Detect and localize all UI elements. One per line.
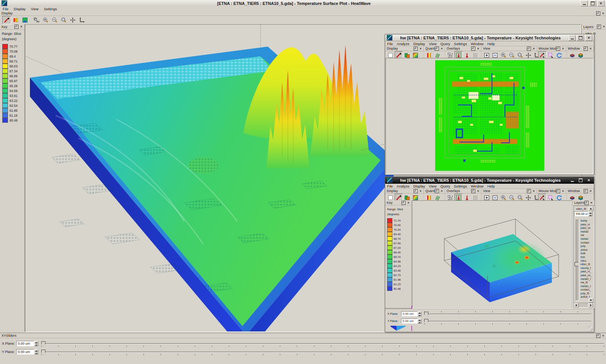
snap-grid-icon[interactable] [32, 16, 41, 24]
dock-close-icon[interactable] [601, 334, 605, 337]
axis-origin-icon[interactable] [77, 16, 86, 24]
scroll-down-icon[interactable] [589, 298, 594, 303]
scroll-right-icon[interactable] [588, 303, 593, 308]
menu-item[interactable]: Window [469, 42, 486, 46]
dock-float-icon[interactable] [584, 47, 588, 51]
x-plane-spinbox[interactable]: 0.00 um [401, 311, 422, 316]
spin-up-icon[interactable] [34, 349, 38, 352]
layer-item[interactable]: pass_ox_ [581, 273, 594, 277]
probe-pointer-icon[interactable] [68, 16, 77, 24]
dock-float-icon[interactable] [435, 189, 439, 193]
layer-item[interactable]: pass_ni_ [581, 270, 594, 273]
layer-item[interactable]: bulk [581, 252, 594, 255]
menu-item[interactable]: File [385, 184, 395, 188]
dock-float-icon[interactable] [597, 25, 601, 29]
dock-close-icon[interactable] [419, 189, 422, 193]
scroll-up-icon[interactable] [589, 206, 594, 211]
dock-close-icon[interactable] [532, 47, 536, 50]
menu-item[interactable]: Query [439, 42, 452, 46]
dock-float-icon[interactable] [596, 11, 600, 16]
x-plane-spinbox[interactable]: 0.00 um [16, 341, 38, 346]
menu-item[interactable]: Display [411, 184, 427, 188]
dock-close-icon[interactable] [440, 189, 444, 193]
layer-item[interactable]: contact [581, 241, 594, 245]
zoom-in-icon[interactable] [41, 16, 50, 24]
layer-item[interactable]: rdlcu [581, 259, 594, 263]
x-plane-slider[interactable] [41, 341, 604, 347]
menu-item[interactable]: View [427, 42, 438, 46]
menu-item[interactable]: Display [11, 6, 28, 11]
dock-close-icon[interactable] [476, 47, 480, 50]
layer-thickness-value[interactable]: 558.88 um [574, 211, 588, 216]
dock-float-icon[interactable] [471, 47, 475, 51]
dock-close-icon[interactable] [561, 47, 565, 50]
dock-float-icon[interactable] [435, 47, 439, 51]
scroll-left-icon[interactable] [574, 303, 579, 308]
paintbrush-icon[interactable] [2, 16, 11, 24]
y-plane-value[interactable]: 0.00 um [16, 349, 34, 355]
layer-item[interactable]: rdlsn_t5 [581, 262, 594, 266]
layer-item[interactable]: bump [581, 219, 594, 223]
minimize-button[interactable] [581, 0, 588, 6]
layer-item[interactable]: metal1_t [581, 284, 594, 288]
slice-3d-view[interactable] [412, 201, 572, 308]
dock-float-icon[interactable] [584, 189, 588, 193]
spin-down-icon[interactable] [417, 314, 422, 317]
slice-viewport[interactable] [412, 200, 573, 309]
layer-slider-track[interactable] [576, 220, 579, 301]
menu-item[interactable]: Help [486, 184, 497, 188]
layer-item[interactable]: ubump_t [581, 266, 594, 270]
dock-close-icon[interactable] [561, 189, 565, 193]
layer-item[interactable]: bcb [581, 255, 594, 259]
dock-float-icon[interactable] [401, 201, 406, 205]
dock-float-icon[interactable] [527, 189, 531, 193]
close-button[interactable] [597, 0, 604, 6]
layer-item[interactable]: via_t5 [581, 281, 594, 284]
close-button[interactable] [585, 177, 592, 183]
x-plane-slider[interactable] [424, 311, 591, 317]
dock-close-icon[interactable] [589, 47, 592, 50]
dock-close-icon[interactable] [440, 47, 444, 50]
dock-float-icon[interactable] [527, 47, 531, 51]
menu-item[interactable]: Query [439, 184, 452, 188]
layer-thickness-spinbox[interactable]: 558.88 um [574, 211, 592, 216]
dock-close-icon[interactable] [20, 25, 23, 28]
menu-item[interactable]: Settings [452, 42, 469, 46]
spin-down-icon[interactable] [588, 214, 592, 217]
layer-item[interactable]: poly_t5 [581, 292, 594, 295]
layer-item[interactable]: active [581, 248, 594, 252]
menu-item[interactable]: View [427, 184, 438, 188]
dock-float-icon[interactable] [556, 189, 560, 193]
dock-float-icon[interactable] [584, 201, 589, 205]
chip-layout-viewport[interactable] [386, 58, 594, 174]
layer-item[interactable]: metal1 [581, 237, 594, 241]
surface-map-icon[interactable] [20, 16, 30, 24]
key-ranges-icon[interactable] [11, 16, 20, 24]
menu-item[interactable]: Settings [452, 184, 469, 188]
y-plane-spinbox[interactable]: 0.00 um [16, 349, 38, 355]
x-plane-value[interactable]: 0.00 um [401, 311, 417, 316]
spin-down-icon[interactable] [34, 344, 38, 346]
menu-item[interactable]: Window [469, 184, 486, 188]
spin-down-icon[interactable] [34, 352, 38, 355]
spin-down-icon[interactable] [417, 321, 422, 324]
dock-close-icon[interactable] [601, 12, 605, 15]
close-button[interactable] [585, 35, 592, 41]
dock-close-icon[interactable] [407, 201, 410, 205]
maximize-button[interactable] [589, 0, 596, 6]
zoom-out-icon[interactable] [50, 16, 59, 24]
y-plane-value[interactable]: 0.00 um [401, 319, 417, 323]
layer-slider-handle[interactable] [575, 262, 580, 266]
layer-item[interactable]: pass_ni [581, 223, 594, 227]
layer-item[interactable]: metal2 [581, 230, 594, 234]
menu-item[interactable]: Help [486, 42, 497, 46]
menu-item[interactable]: Settings [41, 6, 59, 11]
layer-item[interactable]: contact_ [581, 288, 594, 292]
menu-item[interactable]: View [28, 6, 41, 11]
y-plane-spinbox[interactable]: 0.00 um [401, 319, 422, 323]
layers-hscrollbar[interactable] [574, 303, 593, 307]
menu-item[interactable]: Analyze [395, 184, 411, 188]
dock-float-icon[interactable] [414, 189, 418, 193]
dock-close-icon[interactable] [476, 189, 480, 193]
y-plane-slider[interactable] [424, 318, 591, 324]
